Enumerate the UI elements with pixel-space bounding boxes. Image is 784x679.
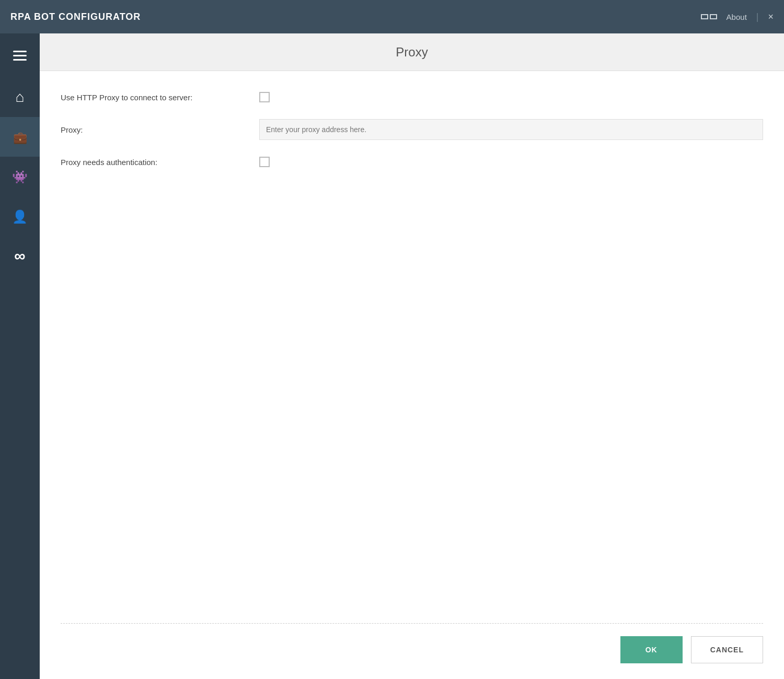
app-layout: Proxy Use HTTP Proxy to connect to serve… bbox=[0, 33, 784, 679]
http-proxy-label: Use HTTP Proxy to connect to server: bbox=[61, 93, 259, 102]
auth-label: Proxy needs authentication: bbox=[61, 158, 259, 167]
sidebar-item-user[interactable] bbox=[0, 196, 40, 236]
title-bar: RPA BOT CONFIGURATOR About | × bbox=[0, 0, 784, 33]
alien-icon bbox=[12, 169, 28, 185]
app-title: RPA BOT CONFIGURATOR bbox=[10, 11, 141, 22]
auth-checkbox[interactable] bbox=[259, 157, 270, 167]
about-button[interactable]: About bbox=[727, 13, 747, 21]
proxy-control bbox=[259, 119, 763, 140]
window-icon bbox=[701, 14, 717, 19]
footer-actions: OK CANCEL bbox=[61, 636, 763, 679]
briefcase-icon bbox=[13, 129, 27, 145]
sidebar-item-infinity[interactable] bbox=[0, 236, 40, 276]
title-divider: | bbox=[756, 11, 759, 22]
auth-row: Proxy needs authentication: bbox=[61, 157, 763, 167]
hamburger-icon bbox=[13, 51, 27, 61]
person-icon bbox=[12, 208, 28, 225]
cancel-button[interactable]: CANCEL bbox=[691, 636, 763, 663]
proxy-label: Proxy: bbox=[61, 125, 259, 134]
sidebar-menu-button[interactable] bbox=[0, 39, 40, 72]
http-proxy-checkbox[interactable] bbox=[259, 92, 270, 102]
auth-control bbox=[259, 157, 763, 167]
proxy-row: Proxy: bbox=[61, 119, 763, 140]
home-icon bbox=[16, 89, 25, 106]
page-title: Proxy bbox=[396, 45, 428, 60]
title-bar-right: About | × bbox=[701, 11, 774, 22]
sidebar-nav bbox=[0, 77, 40, 276]
http-proxy-control bbox=[259, 92, 763, 102]
main-content: Proxy Use HTTP Proxy to connect to serve… bbox=[40, 33, 784, 679]
title-bar-left: RPA BOT CONFIGURATOR bbox=[10, 11, 141, 22]
sidebar-item-home[interactable] bbox=[0, 77, 40, 117]
infinity-icon bbox=[14, 247, 25, 265]
content-footer: OK CANCEL bbox=[61, 623, 763, 679]
ok-button[interactable]: OK bbox=[620, 636, 683, 663]
sidebar bbox=[0, 33, 40, 679]
content-area: Use HTTP Proxy to connect to server: Pro… bbox=[40, 71, 784, 679]
sidebar-item-briefcase[interactable] bbox=[0, 117, 40, 157]
footer-divider bbox=[61, 623, 763, 624]
proxy-input[interactable] bbox=[259, 119, 763, 140]
page-header: Proxy bbox=[40, 33, 784, 71]
close-button[interactable]: × bbox=[768, 11, 774, 22]
http-proxy-row: Use HTTP Proxy to connect to server: bbox=[61, 92, 763, 102]
sidebar-item-bot[interactable] bbox=[0, 157, 40, 196]
